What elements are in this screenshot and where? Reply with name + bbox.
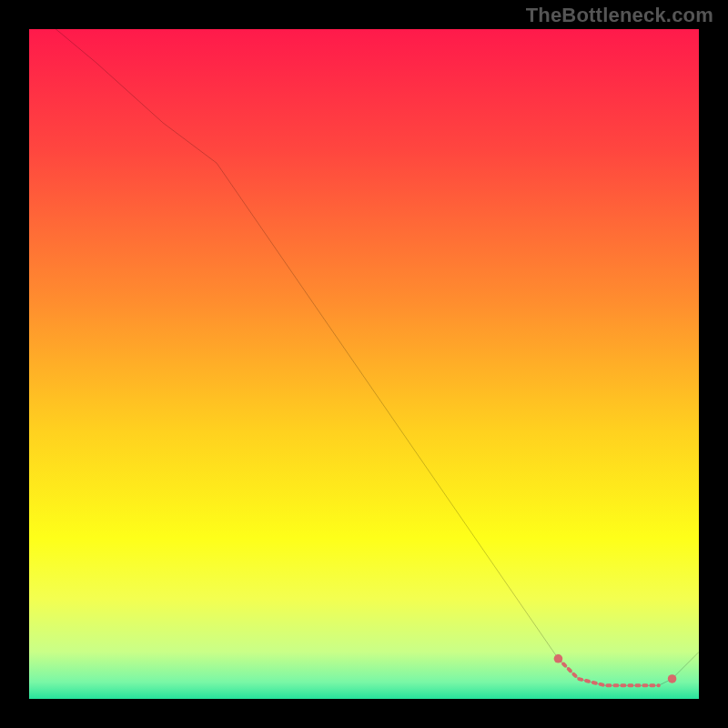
- highlight-point-1: [668, 674, 677, 683]
- watermark-text: TheBottleneck.com: [526, 4, 713, 27]
- highlight-point-0: [554, 654, 563, 663]
- chart-frame: TheBottleneck.com: [0, 0, 728, 728]
- chart-plot: [29, 29, 699, 699]
- gradient-background: [29, 29, 699, 699]
